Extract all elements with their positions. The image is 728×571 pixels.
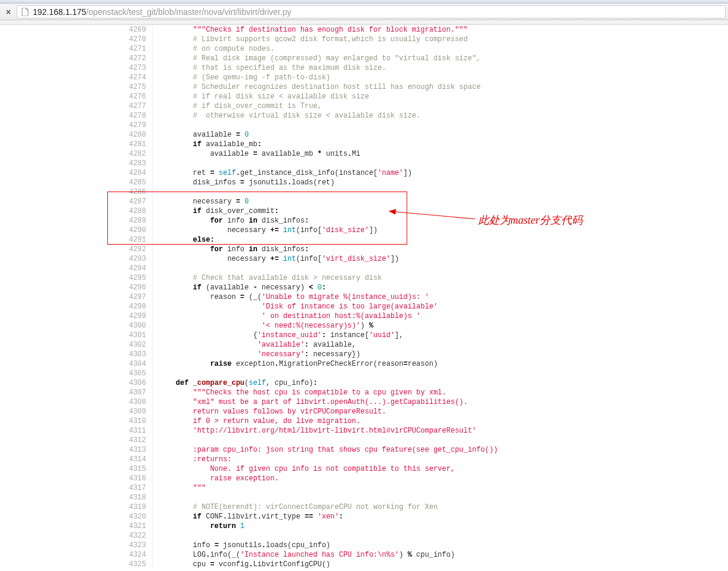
line-number[interactable]: 4273 <box>117 63 152 73</box>
line-number[interactable]: 4294 <box>117 264 152 273</box>
url-input[interactable]: 192.168.1.175/openstack/test_git/blob/ma… <box>17 5 726 18</box>
browser-toolbar-shadow <box>0 20 728 25</box>
line-number[interactable]: 4316 <box>117 474 152 483</box>
code-line: 'necessary': necessary}) <box>159 350 498 359</box>
code-line: # if disk_over_commit is True, <box>159 101 498 111</box>
line-number[interactable]: 4325 <box>117 560 152 569</box>
line-number[interactable]: 4293 <box>117 254 152 264</box>
line-number[interactable]: 4278 <box>117 111 152 121</box>
code-line: ' on destination host:%(available)s ' <box>159 311 498 321</box>
line-number[interactable]: 4322 <box>117 531 152 541</box>
line-number[interactable]: 4311 <box>117 426 152 436</box>
code-line: :param cpu_info: json string that shows … <box>159 445 498 455</box>
close-icon: × <box>6 7 11 17</box>
code-line: # if real disk size < available disk siz… <box>159 92 498 101</box>
line-number[interactable]: 4284 <box>117 168 152 178</box>
code-line: necessary += int(info['virt_disk_size']) <box>159 254 498 264</box>
code-line: '< need:%(necessary)s)') % <box>159 321 498 331</box>
code-line: if (available - necessary) < 0: <box>159 283 498 292</box>
line-number[interactable]: 4286 <box>117 187 152 197</box>
line-number[interactable]: 4307 <box>117 388 152 397</box>
line-number[interactable]: 4301 <box>117 331 152 340</box>
code-line: def _compare_cpu(self, cpu_info): <box>159 378 498 388</box>
line-number[interactable]: 4309 <box>117 407 152 416</box>
line-number[interactable]: 4323 <box>117 541 152 550</box>
line-number[interactable]: 4298 <box>117 302 152 311</box>
code-line: for info in disk_infos: <box>159 216 498 226</box>
line-number[interactable]: 4269 <box>117 25 152 35</box>
line-number[interactable]: 4306 <box>117 378 152 388</box>
line-number[interactable]: 4277 <box>117 101 152 111</box>
line-number-gutter: 4269427042714272427342744275427642774278… <box>117 25 153 569</box>
line-number[interactable]: 4305 <box>117 369 152 378</box>
line-number[interactable]: 4308 <box>117 397 152 407</box>
annotation-label-suffix: 分支代码 <box>540 214 583 226</box>
line-number[interactable]: 4303 <box>117 350 152 359</box>
blob-wrapper: 4269427042714272427342744275427642774278… <box>117 25 689 569</box>
line-number[interactable]: 4310 <box>117 416 152 426</box>
line-number[interactable]: 4314 <box>117 455 152 464</box>
line-number[interactable]: 4292 <box>117 245 152 254</box>
line-number[interactable]: 4315 <box>117 464 152 474</box>
code-box: 4269427042714272427342744275427642774278… <box>117 25 689 569</box>
code-line: 'http://libvirt.org/html/libvirt-libvirt… <box>159 426 498 436</box>
line-number[interactable]: 4320 <box>117 512 152 521</box>
line-number[interactable]: 4321 <box>117 521 152 531</box>
annotation-label: 此处为master分支代码 <box>478 213 583 227</box>
line-number[interactable]: 4297 <box>117 292 152 302</box>
line-number[interactable]: 4272 <box>117 54 152 63</box>
tab-close-button[interactable]: × <box>5 8 12 16</box>
line-number[interactable]: 4312 <box>117 436 152 445</box>
line-number[interactable]: 4291 <box>117 235 152 245</box>
code-line: # Scheduler recognizes destination host … <box>159 82 498 92</box>
code-line: if CONF.libvirt.virt_type == 'xen': <box>159 512 498 521</box>
line-number[interactable]: 4279 <box>117 121 152 130</box>
line-number[interactable]: 4276 <box>117 92 152 101</box>
line-number[interactable]: 4282 <box>117 149 152 159</box>
code-line <box>159 121 498 130</box>
line-number[interactable]: 4295 <box>117 273 152 283</box>
code-line: if disk_over_commit: <box>159 206 498 216</box>
line-number[interactable]: 4270 <box>117 35 152 44</box>
line-number[interactable]: 4302 <box>117 340 152 350</box>
line-number[interactable]: 4313 <box>117 445 152 455</box>
code-body[interactable]: """Checks if destination has enough disk… <box>153 25 498 569</box>
code-line: LOG.info(_('Instance launched has CPU in… <box>159 550 498 560</box>
line-number[interactable]: 4271 <box>117 44 152 54</box>
line-number[interactable]: 4281 <box>117 140 152 149</box>
code-line <box>159 531 498 541</box>
line-number[interactable]: 4300 <box>117 321 152 331</box>
code-line <box>159 159 498 168</box>
line-number[interactable]: 4287 <box>117 197 152 206</box>
page: 4269427042714272427342744275427642774278… <box>0 25 728 569</box>
code-line: necessary += int(info['disk_size']) <box>159 226 498 235</box>
line-number[interactable]: 4283 <box>117 159 152 168</box>
line-number[interactable]: 4324 <box>117 550 152 560</box>
code-line: # NOTE(berendt): virConnectCompareCPU no… <box>159 502 498 512</box>
code-line: # (See qemu-img -f path-to-disk) <box>159 73 498 82</box>
code-line <box>159 436 498 445</box>
line-number[interactable]: 4296 <box>117 283 152 292</box>
line-number[interactable]: 4290 <box>117 226 152 235</box>
code-line: 'available': available, <box>159 340 498 350</box>
line-number[interactable]: 4274 <box>117 73 152 82</box>
line-number[interactable]: 4288 <box>117 206 152 216</box>
code-line: for info in disk_infos: <box>159 245 498 254</box>
line-number[interactable]: 4304 <box>117 359 152 369</box>
browser-address-bar: × 192.168.1.175/openstack/test_git/blob/… <box>0 4 728 20</box>
code-line: cpu = vconfig.LibvirtConfigCPU() <box>159 560 498 569</box>
line-number[interactable]: 4317 <box>117 483 152 493</box>
code-line: ret = self.get_instance_disk_info(instan… <box>159 168 498 178</box>
code-line <box>159 264 498 273</box>
annotation-label-branch: master <box>510 214 540 226</box>
line-number[interactable]: 4275 <box>117 82 152 92</box>
code-line: # otherwise virtual disk size < availabl… <box>159 111 498 121</box>
code-line: info = jsonutils.loads(cpu_info) <box>159 541 498 550</box>
line-number[interactable]: 4285 <box>117 178 152 187</box>
line-number[interactable]: 4299 <box>117 311 152 321</box>
page-icon <box>21 8 29 16</box>
line-number[interactable]: 4280 <box>117 130 152 140</box>
line-number[interactable]: 4289 <box>117 216 152 226</box>
line-number[interactable]: 4319 <box>117 502 152 512</box>
line-number[interactable]: 4318 <box>117 493 152 502</box>
